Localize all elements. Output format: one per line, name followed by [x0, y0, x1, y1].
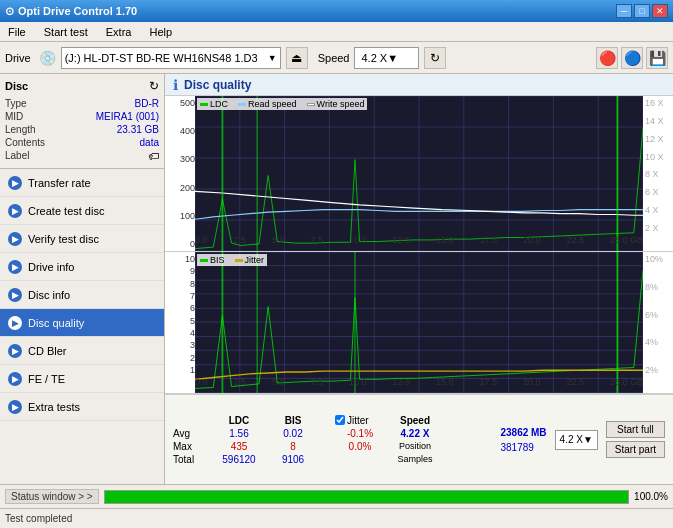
status-bar: Status window > > 100.0%: [0, 484, 673, 508]
drive-label: Drive: [5, 52, 31, 64]
disc-mid-label: MID: [5, 111, 23, 122]
disc-length-label: Length: [5, 124, 36, 135]
disc-refresh-icon[interactable]: ↻: [149, 79, 159, 93]
total-bis: 9106: [273, 454, 313, 465]
col-bis: BIS: [273, 415, 313, 426]
disc-label-label: Label: [5, 150, 29, 162]
sidebar: Disc ↻ Type BD-R MID MEIRA1 (001) Length…: [0, 74, 165, 484]
nav-label-cd-bler: CD Bler: [28, 345, 67, 357]
nav-item-extra-tests[interactable]: ▶ Extra tests: [0, 393, 164, 421]
disc-mid-value: MEIRA1 (001): [96, 111, 159, 122]
avg-speed: 4.22 X: [390, 428, 440, 439]
nav-item-create-test-disc[interactable]: ▶ Create test disc: [0, 197, 164, 225]
start-buttons: Start full Start part: [606, 421, 665, 458]
disc-type-value: BD-R: [135, 98, 159, 109]
nav-label-transfer-rate: Transfer rate: [28, 177, 91, 189]
drive-name: (J:) HL-DT-ST BD-RE WH16NS48 1.D3: [65, 52, 268, 64]
disc-section: Disc ↻ Type BD-R MID MEIRA1 (001) Length…: [0, 74, 164, 169]
col-ldc: LDC: [210, 415, 268, 426]
nav-label-verify-test-disc: Verify test disc: [28, 233, 99, 245]
menu-bar: File Start test Extra Help: [0, 22, 673, 42]
nav-icon-disc-quality: ▶: [8, 316, 22, 330]
toolbar-btn-1[interactable]: 🔴: [596, 47, 618, 69]
stats-area: LDC BIS Jitter Speed Avg 1.5: [165, 394, 673, 484]
nav-icon-cd-bler: ▶: [8, 344, 22, 358]
nav-icon-extra-tests: ▶: [8, 400, 22, 414]
nav-label-extra-tests: Extra tests: [28, 401, 80, 413]
app-title: Opti Drive Control 1.70: [18, 5, 137, 17]
jitter-checkbox[interactable]: [335, 415, 345, 425]
save-button[interactable]: 💾: [646, 47, 668, 69]
menu-file[interactable]: File: [5, 25, 29, 39]
eject-button[interactable]: ⏏: [286, 47, 308, 69]
chart-title-bar: ℹ Disc quality: [165, 74, 673, 96]
nav-item-cd-bler[interactable]: ▶ CD Bler: [0, 337, 164, 365]
max-jitter: 0.0%: [335, 441, 385, 452]
col-speed: Speed: [390, 415, 440, 426]
nav-label-disc-quality: Disc quality: [28, 317, 84, 329]
col-jitter: Jitter: [335, 415, 385, 426]
row-max-label: Max: [173, 441, 205, 452]
content-area: ℹ Disc quality: [165, 74, 673, 484]
speed-value: 4.2 X: [361, 52, 387, 64]
app-icon: ⊙: [5, 5, 14, 18]
nav-label-fe-te: FE / TE: [28, 373, 65, 385]
disc-type-label: Type: [5, 98, 27, 109]
nav-label-create-test-disc: Create test disc: [28, 205, 104, 217]
nav-item-disc-quality[interactable]: ▶ Disc quality: [0, 309, 164, 337]
toolbar: Drive 💿 (J:) HL-DT-ST BD-RE WH16NS48 1.D…: [0, 42, 673, 74]
refresh-button[interactable]: ↻: [424, 47, 446, 69]
nav-item-drive-info[interactable]: ▶ Drive info: [0, 253, 164, 281]
minimize-button[interactable]: ─: [616, 4, 632, 18]
close-button[interactable]: ✕: [652, 4, 668, 18]
samples-value: 381789: [500, 442, 533, 453]
row-total-label: Total: [173, 454, 205, 465]
progress-bar-container: [104, 490, 629, 504]
start-part-button[interactable]: Start part: [606, 441, 665, 458]
avg-bis: 0.02: [273, 428, 313, 439]
row-avg-label: Avg: [173, 428, 205, 439]
nav-item-fe-te[interactable]: ▶ FE / TE: [0, 365, 164, 393]
max-speed-label: Position: [390, 441, 440, 452]
menu-start-test[interactable]: Start test: [41, 25, 91, 39]
total-speed-label: Samples: [390, 454, 440, 465]
maximize-button[interactable]: □: [634, 4, 650, 18]
progress-percent: 100.0%: [634, 491, 668, 502]
bottom-status-text: Test completed: [5, 513, 72, 524]
nav-item-disc-info[interactable]: ▶ Disc info: [0, 281, 164, 309]
bottom-bar: Test completed: [0, 508, 673, 528]
position-value: 23862 MB: [500, 427, 546, 438]
chart-title-icon: ℹ: [173, 77, 178, 93]
sidebar-nav: ▶ Transfer rate ▶ Create test disc ▶ Ver…: [0, 169, 164, 484]
speed-arrow: ▼: [387, 52, 398, 64]
nav-label-disc-info: Disc info: [28, 289, 70, 301]
menu-help[interactable]: Help: [146, 25, 175, 39]
disc-length-value: 23.31 GB: [117, 124, 159, 135]
max-ldc: 435: [210, 441, 268, 452]
nav-item-verify-test-disc[interactable]: ▶ Verify test disc: [0, 225, 164, 253]
status-window-button[interactable]: Status window > >: [5, 489, 99, 504]
nav-label-drive-info: Drive info: [28, 261, 74, 273]
drive-select[interactable]: (J:) HL-DT-ST BD-RE WH16NS48 1.D3 ▼: [61, 47, 281, 69]
top-chart-panel: 5004003002001000 16 X14 X12 X10 X8 X6 X4…: [165, 96, 673, 252]
disc-label-icon[interactable]: 🏷: [148, 150, 159, 162]
disc-title: Disc: [5, 80, 28, 92]
speed-dropdown[interactable]: 4.2 X ▼: [555, 430, 598, 450]
drive-dropdown-arrow: ▼: [268, 53, 277, 63]
chart-title-text: Disc quality: [184, 78, 251, 92]
progress-bar: [105, 491, 628, 503]
nav-icon-drive-info: ▶: [8, 260, 22, 274]
speed-select[interactable]: 4.2 X ▼: [354, 47, 419, 69]
disc-contents-label: Contents: [5, 137, 45, 148]
avg-ldc: 1.56: [210, 428, 268, 439]
max-bis: 8: [273, 441, 313, 452]
top-chart-svg: [195, 96, 643, 251]
toolbar-btn-2[interactable]: 🔵: [621, 47, 643, 69]
menu-extra[interactable]: Extra: [103, 25, 135, 39]
nav-item-transfer-rate[interactable]: ▶ Transfer rate: [0, 169, 164, 197]
nav-icon-verify-test-disc: ▶: [8, 232, 22, 246]
bottom-chart-panel: 10987654321 10%8%6%4%2% 0.02.55.07.510.0…: [165, 252, 673, 394]
start-full-button[interactable]: Start full: [606, 421, 665, 438]
nav-icon-fe-te: ▶: [8, 372, 22, 386]
drive-icon: 💿: [39, 50, 56, 66]
